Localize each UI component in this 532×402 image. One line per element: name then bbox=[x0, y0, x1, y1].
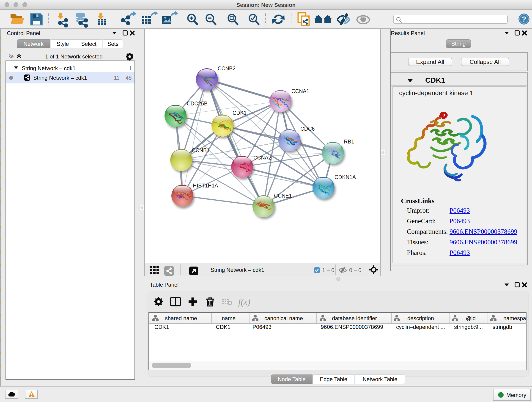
svg-text:name: name bbox=[222, 315, 235, 321]
svg-text:shared name: shared name bbox=[165, 315, 197, 321]
svg-text:database identifier: database identifier bbox=[332, 315, 377, 321]
svg-text:@id: @id bbox=[466, 315, 476, 321]
svg-text:?: ? bbox=[522, 15, 526, 23]
svg-text:description: description bbox=[407, 315, 434, 321]
svg-text:namespace: namespace bbox=[503, 315, 526, 321]
svg-text:canonical name: canonical name bbox=[264, 315, 303, 321]
